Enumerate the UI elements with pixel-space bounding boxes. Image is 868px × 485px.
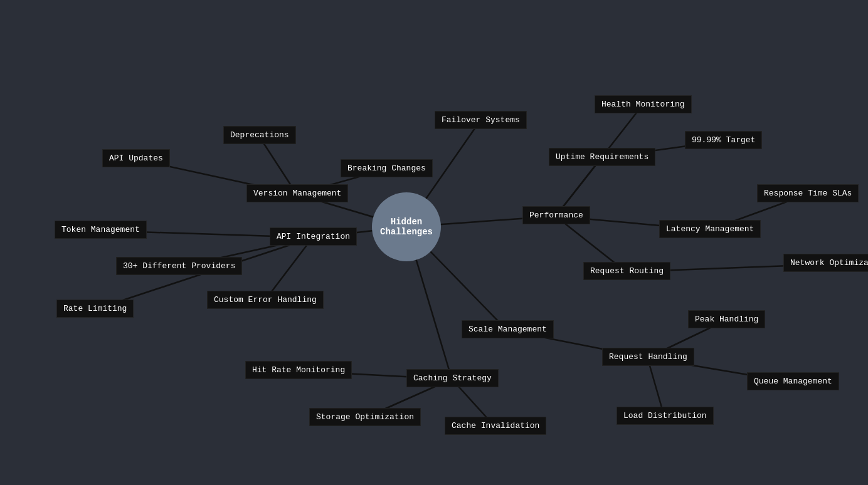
hit-rate-node: Hit Rate Monitoring	[245, 361, 352, 379]
caching-strategy-node: Caching Strategy	[406, 369, 499, 387]
storage-opt-node: Storage Optimization	[309, 408, 421, 426]
token-mgmt-node: Token Management	[55, 221, 147, 239]
rate-limiting-node: Rate Limiting	[56, 300, 134, 318]
response-sla-node: Response Time SLAs	[757, 184, 859, 202]
center-label: Hidden Challenges	[380, 217, 433, 237]
api-integration-node: API Integration	[270, 227, 357, 246]
99-target-node: 99.99% Target	[685, 131, 762, 149]
custom-error-node: Custom Error Handling	[207, 291, 324, 309]
health-mon-node: Health Monitoring	[595, 95, 692, 113]
latency-mgmt-node: Latency Management	[659, 220, 761, 238]
failover-sys-node: Failover Systems	[435, 111, 527, 129]
version-mgmt-node: Version Management	[246, 184, 348, 202]
cache-inval-node: Cache Invalidation	[445, 417, 546, 435]
request-handling-node: Request Handling	[602, 348, 694, 366]
scale-mgmt-node: Scale Management	[462, 320, 554, 338]
deprecations-node: Deprecations	[223, 126, 296, 144]
center-node: Hidden Challenges	[372, 192, 441, 261]
breaking-changes-node: Breaking Changes	[341, 159, 433, 177]
peak-handling-node: Peak Handling	[688, 310, 765, 328]
network-opt-node: Network Optimization	[783, 254, 868, 272]
uptime-req-node: Uptime Requirements	[549, 148, 655, 166]
queue-mgmt-node: Queue Management	[747, 372, 839, 390]
performance-node: Performance	[522, 206, 590, 224]
load-dist-node: Load Distribution	[617, 407, 714, 425]
api-updates-node: API Updates	[102, 149, 170, 167]
providers-node: 30+ Different Providers	[116, 257, 242, 275]
request-routing-node: Request Routing	[583, 262, 670, 280]
